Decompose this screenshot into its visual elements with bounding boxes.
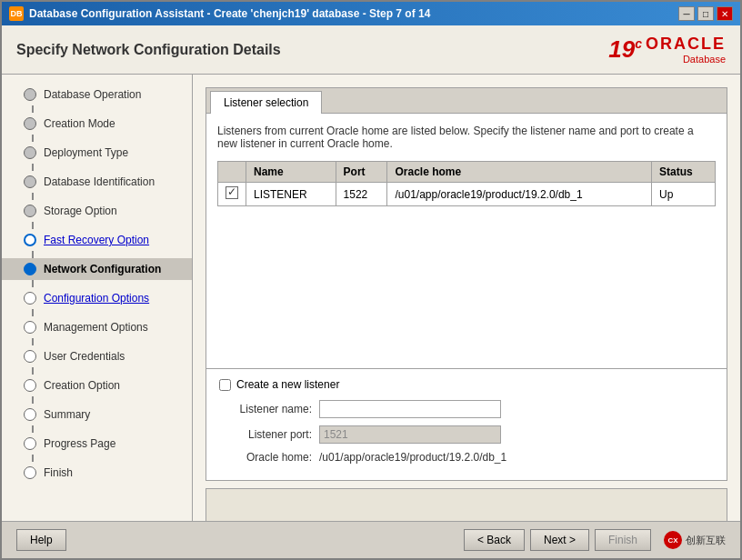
- tab-content: Listeners from current Oracle home are l…: [206, 114, 727, 368]
- connector: [32, 251, 34, 258]
- oracle-version: 19c: [608, 35, 642, 64]
- step-icon-network-configuration: [24, 263, 36, 275]
- step-icon-creation-mode: [24, 117, 36, 130]
- listener-port: 1522: [336, 183, 387, 206]
- step-icon-fast-recovery: [24, 234, 36, 246]
- finish-button[interactable]: Finish: [595, 529, 651, 551]
- connector: [32, 396, 34, 404]
- create-listener-section: Create a new listener Listener name: Lis…: [206, 369, 727, 481]
- step-icon-management-options: [24, 321, 36, 334]
- description-text: Listeners from current Oracle home are l…: [217, 125, 716, 150]
- oracle-home-row: Oracle home: /u01/app/oracle19/product/1…: [219, 451, 714, 464]
- brand-icon: CX: [664, 531, 682, 549]
- sidebar-item-storage-option: Storage Option: [2, 200, 192, 222]
- col-port: Port: [336, 162, 387, 183]
- oracle-logo: 19c ORACLE Database: [608, 35, 726, 65]
- step-icon-summary: [24, 408, 36, 421]
- sidebar-item-fast-recovery[interactable]: Fast Recovery Option: [2, 229, 192, 251]
- main-window: DB Database Configuration Assistant - Cr…: [0, 0, 742, 560]
- oracle-home-label: Oracle home:: [219, 451, 319, 464]
- col-status: Status: [652, 162, 716, 183]
- listener-oracle-home: /u01/app/oracle19/product/19.2.0/db_1: [387, 183, 652, 206]
- sidebar-item-finish: Finish: [2, 462, 192, 484]
- step-icon-user-credentials: [24, 350, 36, 363]
- connector: [32, 222, 34, 229]
- titlebar: DB Database Configuration Assistant - Cr…: [2, 2, 740, 25]
- sidebar-item-network-configuration: Network Configuration: [2, 258, 192, 280]
- help-button[interactable]: Help: [16, 529, 66, 551]
- close-button[interactable]: ✕: [717, 6, 733, 21]
- content-area: Listener selection Listeners from curren…: [193, 75, 740, 521]
- maximize-button[interactable]: □: [697, 6, 714, 21]
- connector: [32, 135, 34, 142]
- bottom-info: [206, 488, 727, 521]
- oracle-home-value: /u01/app/oracle19/product/19.2.0/db_1: [319, 451, 506, 464]
- connector: [32, 309, 34, 316]
- listener-port-input[interactable]: [319, 425, 501, 444]
- next-button[interactable]: Next >: [530, 529, 589, 551]
- sidebar-item-creation-mode: Creation Mode: [2, 113, 192, 135]
- brand-footer: CX 创新互联: [664, 529, 726, 551]
- window-title: Database Configuration Assistant - Creat…: [29, 7, 430, 20]
- col-oracle-home: Oracle home: [387, 162, 652, 183]
- connector: [32, 193, 34, 200]
- listener-port-label: Listener port:: [219, 428, 319, 441]
- step-icon-storage-option: [24, 205, 36, 217]
- oracle-product: Database: [646, 54, 726, 65]
- listener-name-label: Listener name:: [219, 403, 319, 415]
- titlebar-left: DB Database Configuration Assistant - Cr…: [9, 6, 430, 21]
- sidebar-item-user-credentials: User Credentials: [2, 345, 192, 367]
- connector: [32, 455, 34, 462]
- connector: [32, 280, 34, 287]
- table-header-row: Name Port Oracle home Status: [218, 162, 716, 183]
- connector: [32, 105, 34, 113]
- oracle-brand: ORACLE: [646, 35, 726, 54]
- sidebar-item-database-identification: Database Identification: [2, 171, 192, 193]
- sidebar-item-database-operation: Database Operation: [2, 84, 192, 105]
- oracle-brand-block: ORACLE Database: [646, 35, 726, 65]
- create-listener-label[interactable]: Create a new listener: [236, 378, 339, 391]
- minimize-button[interactable]: ─: [678, 6, 695, 21]
- create-listener-checkbox-input[interactable]: [219, 379, 231, 391]
- tab-panel: Listener selection Listeners from curren…: [206, 87, 727, 369]
- sidebar-item-summary: Summary: [2, 404, 192, 425]
- listener-checkbox[interactable]: [226, 186, 238, 199]
- create-listener-checkbox-row[interactable]: Create a new listener: [219, 378, 714, 391]
- col-check: [218, 162, 246, 183]
- main-content: Database Operation Creation Mode Deploym…: [2, 75, 740, 521]
- connector: [32, 338, 34, 345]
- step-icon-creation-option: [24, 379, 36, 392]
- sidebar-item-progress-page: Progress Page: [2, 433, 192, 455]
- listener-name: LISTENER: [246, 183, 336, 206]
- tab-header: Listener selection: [206, 88, 727, 114]
- page-title: Specify Network Configuration Details: [16, 42, 281, 58]
- connector: [32, 367, 34, 375]
- connector: [32, 425, 34, 433]
- titlebar-controls[interactable]: ─ □ ✕: [678, 6, 733, 21]
- sidebar-item-deployment-type: Deployment Type: [2, 142, 192, 164]
- step-icon-database-identification: [24, 175, 36, 188]
- connector: [32, 164, 34, 171]
- listener-table: Name Port Oracle home Status: [217, 161, 716, 206]
- app-icon: DB: [9, 6, 24, 21]
- listener-status: Up: [652, 183, 716, 206]
- step-icon-progress-page: [24, 437, 36, 450]
- step-icon-deployment-type: [24, 146, 36, 159]
- step-icon-finish: [24, 466, 36, 479]
- listener-name-row: Listener name:: [219, 400, 714, 418]
- col-name: Name: [246, 162, 336, 183]
- sidebar-item-configuration-options[interactable]: Configuration Options: [2, 287, 192, 309]
- brand-text: 创新互联: [686, 534, 726, 547]
- table-row: LISTENER 1522 /u01/app/oracle19/product/…: [218, 183, 716, 206]
- sidebar: Database Operation Creation Mode Deploym…: [2, 75, 193, 521]
- step-icon-configuration-options: [24, 292, 36, 305]
- listener-name-input[interactable]: [319, 400, 501, 418]
- listener-port-row: Listener port:: [219, 425, 714, 444]
- step-icon-database-operation: [24, 88, 36, 101]
- header-bar: Specify Network Configuration Details 19…: [2, 25, 740, 75]
- footer-buttons: < Back Next > Finish CX 创新互联: [464, 529, 726, 551]
- tab-listener-selection[interactable]: Listener selection: [210, 91, 322, 114]
- row-check-cell[interactable]: [218, 183, 246, 206]
- sidebar-item-creation-option: Creation Option: [2, 375, 192, 396]
- back-button[interactable]: < Back: [464, 529, 525, 551]
